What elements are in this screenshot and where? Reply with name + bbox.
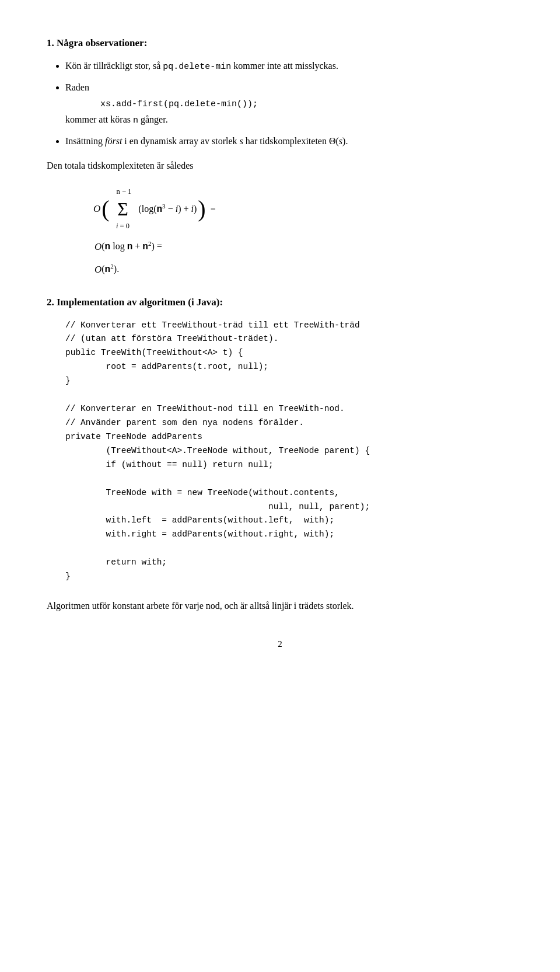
observations-list: Kön är tillräckligt stor, så pq.delete-m…: [65, 58, 513, 149]
formula-row-2: O (n log n + n2) =: [94, 236, 513, 257]
code-line-19: }: [65, 572, 71, 581]
code-line-18: return with;: [65, 558, 167, 567]
bullet1-text1: Kön är tillräckligt stor, så pq.delete-m…: [65, 61, 338, 71]
list-item: Kön är tillräckligt stor, så pq.delete-m…: [65, 58, 513, 75]
code-block: // Konverterar ett TreeWithout-träd till…: [65, 319, 513, 584]
bullet1-code1: pq.delete-min: [163, 62, 231, 72]
code-line-13: TreeNode with = new TreeNode(without.con…: [65, 488, 340, 497]
section-1: 1. Några observationer: Kön är tillräckl…: [47, 35, 513, 280]
bullet3-text: Insättning först i en dynamisk array av …: [65, 136, 348, 146]
bullet2-n: n: [133, 116, 138, 126]
section-1-title: 1. Några observationer:: [47, 35, 513, 51]
section-2-title: 2. Implementation av algoritmen (i Java)…: [47, 294, 513, 310]
bullet2-code: xs.add-first(pq.delete-min());: [100, 98, 258, 108]
list-item: Insättning först i en dynamisk array av …: [65, 133, 513, 149]
complexity-intro: Den totala tidskomplexiteten är således: [47, 158, 513, 173]
code-line-15: with.left = addParents(without.left, wit…: [65, 515, 334, 525]
math-display: O ( n − 1 Σ i = 0 (log(n3 − i) + i) ) = …: [93, 184, 513, 281]
code-line-4: root = addParents(t.root, null);: [65, 362, 268, 371]
code-line-16: with.right = addParents(without.right, w…: [65, 529, 334, 539]
bullet2-suffix: kommer att köras n gånger.: [65, 114, 168, 124]
code-line-2: // (utan att förstöra TreeWithout-trädet…: [65, 334, 278, 343]
code-line-5: }: [65, 376, 71, 385]
code-line-11: if (without == null) return null;: [65, 460, 274, 469]
code-line-14: null, null, parent);: [65, 502, 370, 511]
code-line-9: private TreeNode addParents: [65, 432, 202, 441]
sigma-block: n − 1 Σ i = 0: [114, 184, 132, 235]
code-line-1: // Konverterar ett TreeWithout-träd till…: [65, 320, 360, 330]
page-content: 1. Några observationer: Kön är tillräckl…: [47, 35, 513, 651]
formula-row-3: O (n2).: [94, 259, 513, 280]
code-line-8: // Använder parent som den nya nodens fö…: [65, 418, 304, 427]
list-item: Raden xs.add-first(pq.delete-min()); kom…: [65, 79, 513, 128]
code-line-10: (TreeWithout<A>.TreeNode without, TreeNo…: [65, 446, 370, 455]
page-number: 2: [47, 637, 513, 651]
section-2: 2. Implementation av algoritmen (i Java)…: [47, 294, 513, 614]
formula-row-1: O ( n − 1 Σ i = 0 (log(n3 − i) + i) ) =: [93, 184, 513, 235]
conclusion-text: Algoritmen utför konstant arbete för var…: [47, 598, 513, 614]
code-line-7: // Konverterar en TreeWithout-nod till e…: [65, 404, 345, 413]
bullet2-prefix: Raden: [65, 82, 89, 92]
code-line-3: public TreeWith(TreeWithout<A> t) {: [65, 348, 243, 357]
